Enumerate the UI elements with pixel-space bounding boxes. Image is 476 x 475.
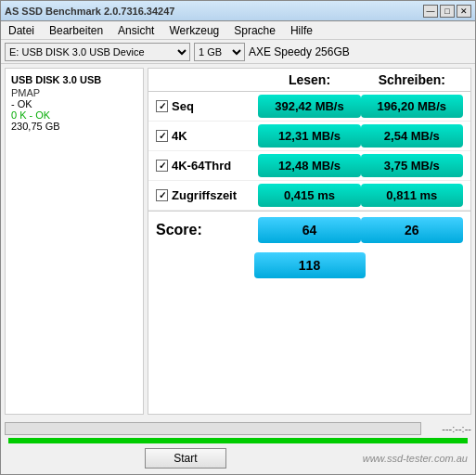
4k-row: ✓ 4K 12,31 MB/s 2,54 MB/s (148, 122, 470, 151)
4k64-read-value: 12,48 MB/s (258, 154, 360, 177)
main-content: USB DISK 3.0 USB PMAP - OK 0 K - OK 230,… (1, 64, 475, 418)
menu-bearbeiten[interactable]: Bearbeiten (45, 24, 107, 37)
menu-datei[interactable]: Datei (5, 24, 38, 37)
score-write-value: 26 (361, 217, 463, 243)
start-button[interactable]: Start (145, 448, 225, 469)
left-panel: USB DISK 3.0 USB PMAP - OK 0 K - OK 230,… (5, 68, 144, 415)
seq-label: ✓ Seq (156, 99, 258, 113)
score-label: Score: (156, 222, 258, 238)
title-bar: AS SSD Benchmark 2.0.7316.34247 — □ ✕ (1, 1, 475, 21)
score-row: Score: 64 26 (148, 211, 470, 249)
4k64-checkbox[interactable]: ✓ (156, 160, 168, 172)
progress-time: ---:--:-- (425, 423, 471, 434)
4k64-row: ✓ 4K-64Thrd 12,48 MB/s 3,75 MB/s (148, 151, 470, 181)
4k64-label: ✓ 4K-64Thrd (156, 159, 258, 173)
4k-label: ✓ 4K (156, 129, 258, 143)
score-read-value: 64 (258, 217, 360, 243)
progress-bar (5, 422, 421, 435)
minimize-button[interactable]: — (423, 5, 438, 18)
close-button[interactable]: ✕ (457, 5, 471, 18)
menu-sprache[interactable]: Sprache (230, 24, 279, 37)
progress-container: ---:--:-- (5, 422, 471, 435)
ok1-label: - OK (11, 98, 137, 109)
access-write-value: 0,811 ms (361, 184, 463, 207)
col1-header (156, 72, 258, 87)
toolbar: E: USB DISK 3.0 USB Device 1 GB AXE Spee… (1, 40, 475, 64)
menu-hilfe[interactable]: Hilfe (287, 24, 316, 37)
seq-write-value: 196,20 MB/s (361, 95, 463, 118)
menu-werkzeug[interactable]: Werkzeug (165, 24, 223, 37)
bottom-bar: Start www.ssd-tester.com.au (5, 446, 471, 470)
green-status-bar (8, 438, 468, 443)
seq-read-value: 392,42 MB/s (258, 95, 360, 118)
access-label: ✓ Zugriffszeit (156, 188, 258, 202)
device-name: USB DISK 3.0 USB (11, 74, 137, 85)
title-bar-buttons: — □ ✕ (423, 5, 471, 18)
drive-select[interactable]: E: USB DISK 3.0 USB Device (5, 43, 190, 61)
menu-bar: Datei Bearbeiten Ansicht Werkzeug Sprach… (1, 21, 475, 40)
seq-row: ✓ Seq 392,42 MB/s 196,20 MB/s (148, 92, 470, 122)
4k-checkbox[interactable]: ✓ (156, 130, 168, 142)
bottom-area: ---:--:-- Start www.ssd-tester.com.au (1, 418, 475, 474)
menu-ansicht[interactable]: Ansicht (114, 24, 158, 37)
4k-read-value: 12,31 MB/s (258, 124, 360, 148)
access-read-value: 0,415 ms (258, 184, 360, 207)
watermark-text: www.ssd-tester.com.au (363, 453, 468, 464)
4k64-write-value: 3,75 MB/s (361, 154, 463, 177)
drive-label: AXE Speedy 256GB (249, 45, 350, 58)
score-total-row: 118 (148, 249, 470, 284)
window-title: AS SSD Benchmark 2.0.7316.34247 (5, 6, 174, 17)
right-panel: Lesen: Schreiben: ✓ Seq 392,42 MB/s 196,… (148, 68, 471, 415)
pmap-label: PMAP (11, 87, 137, 98)
lesen-header: Lesen: (258, 72, 360, 87)
main-window: AS SSD Benchmark 2.0.7316.34247 — □ ✕ Da… (0, 0, 476, 475)
size-select[interactable]: 1 GB (194, 43, 245, 61)
4k-write-value: 2,54 MB/s (361, 124, 463, 148)
maximize-button[interactable]: □ (440, 5, 455, 18)
ok2-label: 0 K - OK (11, 109, 137, 121)
schreiben-header: Schreiben: (361, 72, 463, 87)
score-total-value: 118 (254, 252, 366, 278)
access-row: ✓ Zugriffszeit 0,415 ms 0,811 ms (148, 181, 470, 211)
seq-checkbox[interactable]: ✓ (156, 100, 168, 112)
capacity-label: 230,75 GB (11, 121, 137, 132)
results-header: Lesen: Schreiben: (148, 69, 470, 92)
access-checkbox[interactable]: ✓ (156, 189, 168, 201)
